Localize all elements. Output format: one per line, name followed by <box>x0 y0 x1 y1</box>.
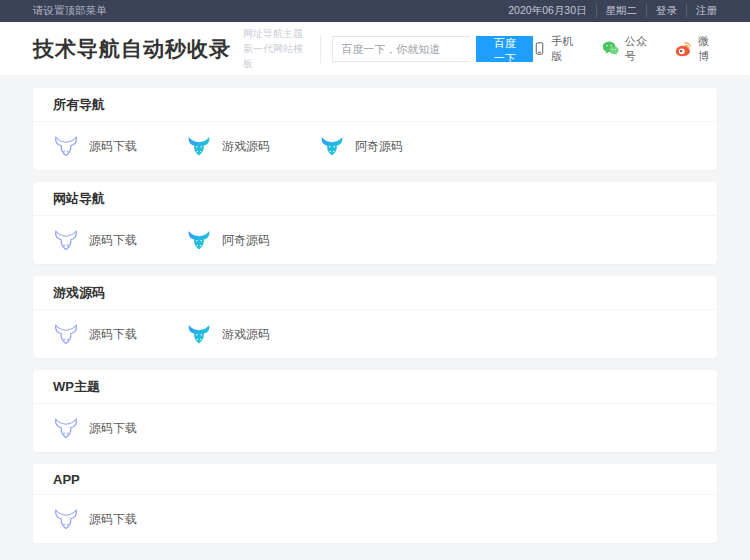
section-title: 网站导航 <box>33 182 717 216</box>
nav-item-label: 阿奇源码 <box>222 232 270 249</box>
mobile-version-label: 手机版 <box>551 34 581 64</box>
bull-filled-icon <box>186 322 212 346</box>
nav-item[interactable]: 阿奇源码 <box>319 132 452 160</box>
nav-section: WP主题 源码下载 <box>33 370 717 452</box>
site-title: 技术导航自动秒收录 <box>33 35 231 63</box>
nav-item[interactable]: 源码下载 <box>53 320 186 348</box>
nav-section: 所有导航 源码下载 游戏源码 阿奇源码 <box>33 88 717 170</box>
nav-item-label: 源码下载 <box>89 326 137 343</box>
weekday-label: 星期二 <box>596 4 647 18</box>
wechat-official-link[interactable]: 公众号 <box>601 34 654 64</box>
section-title: 游戏源码 <box>33 276 717 310</box>
bull-outline-icon <box>53 507 79 531</box>
nav-item-label: 游戏源码 <box>222 326 270 343</box>
nav-item[interactable]: 游戏源码 <box>186 132 319 160</box>
section-items: 源码下载 <box>33 495 717 543</box>
bull-filled-icon <box>186 228 212 252</box>
register-link[interactable]: 注册 <box>686 4 717 18</box>
section-items: 源码下载 <box>33 404 717 452</box>
wechat-label: 公众号 <box>625 34 654 64</box>
slogan-line1: 网址导航主题 <box>243 26 309 41</box>
nav-item[interactable]: 源码下载 <box>53 226 186 254</box>
bull-outline-icon <box>53 228 79 252</box>
nav-item[interactable]: 源码下载 <box>53 132 186 160</box>
search-box: 百度一下 <box>332 36 533 62</box>
nav-item[interactable]: 游戏源码 <box>186 320 319 348</box>
nav-item-label: 源码下载 <box>89 232 137 249</box>
section-title: APP <box>33 464 717 495</box>
bull-filled-icon <box>319 134 345 158</box>
slogan-line2: 新一代网站模板 <box>243 41 309 71</box>
site-header: 技术导航自动秒收录 网址导航主题 新一代网站模板 百度一下 手机版 公众号 <box>0 22 750 75</box>
vertical-divider <box>320 35 321 63</box>
mobile-phone-icon <box>533 40 546 57</box>
site-slogan: 网址导航主题 新一代网站模板 <box>243 26 309 71</box>
nav-section: 游戏源码 源码下载 游戏源码 <box>33 276 717 358</box>
mobile-version-link[interactable]: 手机版 <box>533 34 581 64</box>
bull-outline-icon <box>53 416 79 440</box>
bull-filled-icon <box>186 134 212 158</box>
nav-item[interactable]: 源码下载 <box>53 414 186 442</box>
nav-item[interactable]: 阿奇源码 <box>186 226 319 254</box>
weibo-label: 微博 <box>698 34 717 64</box>
bull-outline-icon <box>53 322 79 346</box>
search-button[interactable]: 百度一下 <box>476 36 533 62</box>
header-right: 手机版 公众号 微博 <box>533 34 717 64</box>
bull-outline-icon <box>53 134 79 158</box>
weibo-link[interactable]: 微博 <box>674 34 717 64</box>
nav-section: APP 源码下载 <box>33 464 717 543</box>
nav-item-label: 源码下载 <box>89 138 137 155</box>
nav-item-label: 源码下载 <box>89 420 137 437</box>
nav-item[interactable]: 源码下载 <box>53 505 186 533</box>
main-content: 所有导航 源码下载 游戏源码 阿奇源码 网站导航 源码下载 阿奇源码 游戏源码 … <box>33 75 717 560</box>
section-items: 源码下载 阿奇源码 <box>33 216 717 264</box>
weibo-icon <box>674 40 693 57</box>
nav-item-label: 阿奇源码 <box>355 138 403 155</box>
wechat-icon <box>601 40 620 57</box>
date-label: 2020年06月30日 <box>499 4 595 18</box>
section-title: WP主题 <box>33 370 717 404</box>
section-title: 所有导航 <box>33 88 717 122</box>
nav-item-label: 源码下载 <box>89 511 137 528</box>
topbar: 请设置顶部菜单 2020年06月30日 星期二 登录 注册 <box>0 0 750 22</box>
search-input[interactable] <box>332 36 470 62</box>
nav-item-label: 游戏源码 <box>222 138 270 155</box>
topbar-right: 2020年06月30日 星期二 登录 注册 <box>499 4 717 18</box>
section-items: 源码下载 游戏源码 <box>33 310 717 358</box>
login-link[interactable]: 登录 <box>646 4 686 18</box>
topbar-menu-hint: 请设置顶部菜单 <box>33 4 107 18</box>
section-items: 源码下载 游戏源码 阿奇源码 <box>33 122 717 170</box>
nav-section: 网站导航 源码下载 阿奇源码 <box>33 182 717 264</box>
